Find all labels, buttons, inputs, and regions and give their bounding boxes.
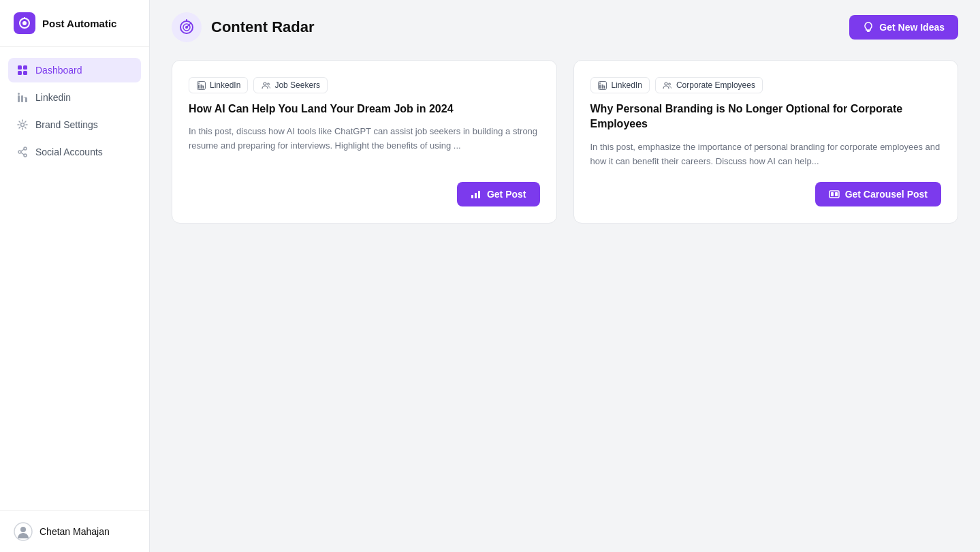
svg-rect-9 (21, 95, 23, 102)
svg-point-28 (264, 82, 266, 85)
svg-point-37 (665, 82, 667, 85)
sidebar-nav: Dashboard Linkedin Brand Set (0, 47, 149, 510)
svg-point-1 (22, 21, 27, 25)
gear-icon (16, 119, 29, 131)
card-2-description: In this post, emphasize the importance o… (590, 140, 942, 169)
svg-rect-32 (478, 191, 480, 198)
idea-card-2: LinkedIn Corporate Employees Why Persona… (573, 60, 959, 224)
svg-rect-3 (18, 65, 22, 70)
sidebar-item-social-accounts[interactable]: Social Accounts (8, 140, 141, 164)
get-carousel-post-button-label: Get Carousel Post (845, 189, 928, 200)
svg-point-17 (20, 527, 26, 532)
linkedin-nav-icon (16, 91, 29, 104)
svg-rect-36 (602, 85, 603, 89)
svg-line-14 (21, 149, 24, 151)
audience-icon-1 (261, 80, 270, 90)
card-1-tag-audience: Job Seekers (253, 77, 328, 93)
svg-rect-4 (23, 65, 27, 70)
app-logo: Post Automatic (0, 0, 149, 47)
main-content: Content Radar Get New Ideas (150, 0, 980, 552)
svg-rect-27 (200, 85, 202, 89)
app-logo-icon (14, 12, 35, 34)
card-2-title: Why Personal Branding is No Longer Optio… (590, 102, 942, 132)
sidebar-item-linkedin[interactable]: Linkedin (8, 85, 141, 110)
svg-point-38 (669, 83, 671, 85)
sidebar-footer: Chetan Mahajan (0, 510, 149, 552)
share-icon (16, 146, 29, 158)
carousel-icon (829, 189, 840, 200)
sidebar-item-dashboard[interactable]: Dashboard (8, 58, 141, 82)
card-1-tag-platform: LinkedIn (189, 77, 248, 93)
card-1-title: How AI Can Help You Land Your Dream Job … (189, 102, 540, 117)
svg-rect-7 (18, 95, 20, 102)
lightbulb-icon (863, 22, 874, 33)
sidebar: Post Automatic Dashboard (0, 0, 150, 552)
ideas-grid: LinkedIn Job Seekers How AI Can Help You… (150, 55, 980, 245)
get-new-ideas-button[interactable]: Get New Ideas (849, 15, 958, 40)
svg-point-12 (24, 154, 27, 157)
idea-card-1: LinkedIn Job Seekers How AI Can Help You… (172, 60, 557, 224)
svg-rect-40 (831, 192, 834, 196)
card-2-tag-platform-label: LinkedIn (612, 80, 642, 90)
card-2-footer: Get Carousel Post (590, 182, 942, 206)
page-header: Content Radar Get New Ideas (150, 0, 980, 55)
card-2-tag-audience: Corporate Employees (655, 77, 763, 93)
card-1-footer: Get Post (189, 182, 540, 206)
card-1-tag-audience-label: Job Seekers (274, 80, 320, 90)
svg-point-35 (599, 82, 601, 84)
linkedin-tag-icon-2 (598, 80, 607, 90)
sidebar-item-brand-settings-label: Brand Settings (35, 119, 98, 130)
card-2-tag-audience-label: Corporate Employees (676, 80, 755, 90)
header-left: Content Radar (172, 12, 315, 42)
svg-point-8 (18, 93, 20, 95)
svg-rect-34 (599, 85, 601, 89)
audience-icon-2 (663, 80, 672, 90)
sidebar-item-social-accounts-label: Social Accounts (35, 147, 103, 157)
svg-point-29 (267, 83, 269, 85)
page-title: Content Radar (211, 18, 315, 36)
dashboard-icon (16, 64, 29, 76)
svg-point-13 (18, 151, 21, 153)
svg-point-26 (198, 82, 200, 84)
svg-rect-22 (867, 30, 870, 31)
card-1-description: In this post, discuss how AI tools like … (189, 125, 540, 168)
get-new-ideas-label: Get New Ideas (879, 22, 945, 33)
get-carousel-post-button[interactable]: Get Carousel Post (815, 182, 941, 206)
app-name: Post Automatic (42, 18, 116, 29)
content-radar-icon (178, 19, 195, 35)
svg-rect-6 (23, 71, 27, 75)
card-2-tags: LinkedIn Corporate Employees (590, 77, 942, 93)
svg-rect-5 (18, 71, 22, 75)
svg-rect-30 (471, 195, 473, 198)
bar-chart-icon (471, 189, 481, 200)
card-2-tag-platform: LinkedIn (590, 77, 650, 93)
svg-point-10 (21, 123, 25, 127)
user-name: Chetan Mahajan (39, 526, 110, 537)
svg-rect-25 (198, 85, 200, 89)
svg-rect-31 (475, 193, 477, 198)
svg-rect-41 (835, 192, 838, 196)
content-radar-icon-wrap (172, 12, 202, 42)
svg-line-15 (21, 153, 24, 155)
linkedin-tag-icon (196, 80, 206, 90)
sidebar-item-linkedin-label: Linkedin (35, 92, 71, 103)
user-avatar-icon (14, 522, 33, 541)
get-post-button-label: Get Post (487, 189, 526, 200)
svg-rect-23 (867, 31, 870, 33)
card-1-tags: LinkedIn Job Seekers (189, 77, 540, 93)
card-1-tag-platform-label: LinkedIn (210, 80, 240, 90)
get-post-button[interactable]: Get Post (457, 182, 540, 206)
sidebar-item-brand-settings[interactable]: Brand Settings (8, 112, 141, 137)
sidebar-item-dashboard-label: Dashboard (35, 65, 82, 76)
svg-point-11 (24, 147, 27, 150)
